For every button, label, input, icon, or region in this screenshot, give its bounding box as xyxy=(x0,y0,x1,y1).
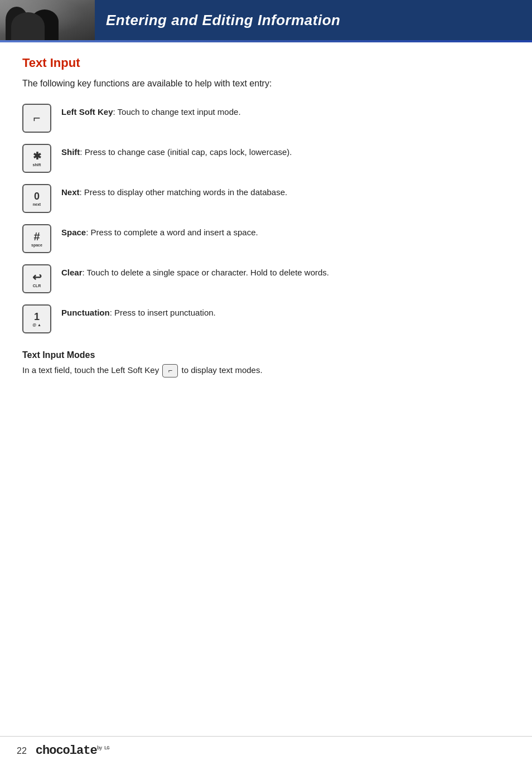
next-key-label: Next xyxy=(61,187,80,197)
left-soft-key-icon: ⌐ xyxy=(22,104,51,133)
punct-key-description: Punctuation: Press to insert punctuation… xyxy=(61,304,216,319)
intro-text: The following key functions are availabl… xyxy=(22,77,510,90)
key-item-left-soft: ⌐ Left Soft Key: Touch to change text in… xyxy=(22,104,510,133)
next-text: next xyxy=(33,202,41,206)
shift-key-description: Shift: Press to change case (initial cap… xyxy=(61,144,292,159)
next-icon-inner: 0 next xyxy=(33,191,41,206)
shift-key-icon: ✱ shift xyxy=(22,144,51,173)
key-item-punct: 1 @ ▲ Punctuation: Press to insert punct… xyxy=(22,304,510,333)
shift-key-label: Shift xyxy=(61,147,80,157)
modes-text-before: In a text field, touch the Left Soft Key xyxy=(22,365,159,375)
key-item-clear: ↩ CLR Clear: Touch to delete a single sp… xyxy=(22,264,510,293)
clear-key-icon: ↩ CLR xyxy=(22,264,51,293)
modes-text-after: to display text modes. xyxy=(182,365,263,375)
header-title-area: Entering and Editing Information xyxy=(95,0,532,40)
left-soft-symbol: ⌐ xyxy=(33,111,41,125)
hash-symbol: # xyxy=(33,230,40,243)
footer-brand: chocolateby LG xyxy=(36,744,109,758)
key-item-next: 0 next Next: Press to display other matc… xyxy=(22,184,510,213)
footer-brand-sub: by LG xyxy=(97,745,109,751)
space-key-icon: # space xyxy=(22,224,51,253)
header-image xyxy=(0,0,95,40)
punct-key-icon: 1 @ ▲ xyxy=(22,304,51,333)
key-item-space: # space Space: Press to complete a word … xyxy=(22,224,510,253)
left-soft-key-description: Left Soft Key: Touch to change text inpu… xyxy=(61,104,241,119)
shift-text: shift xyxy=(33,163,41,167)
clear-key-label: Clear xyxy=(61,268,83,277)
space-key-description: Space: Press to complete a word and inse… xyxy=(61,224,258,239)
modes-text: In a text field, touch the Left Soft Key… xyxy=(22,364,510,377)
footer-page-number: 22 xyxy=(17,746,27,756)
clear-key-description: Clear: Touch to delete a single space or… xyxy=(61,264,329,279)
header-title: Entering and Editing Information xyxy=(106,12,340,29)
header-person1 xyxy=(6,7,28,40)
clear-text: CLR xyxy=(33,284,41,288)
shift-star: ✱ xyxy=(33,150,41,162)
modes-title: Text Input Modes xyxy=(22,350,510,360)
clear-arrow: ↩ xyxy=(32,270,42,284)
modes-section: Text Input Modes In a text field, touch … xyxy=(22,350,510,377)
next-key-description: Next: Press to display other matching wo… xyxy=(61,184,287,199)
next-zero: 0 xyxy=(34,191,40,202)
footer: 22 chocolateby LG xyxy=(0,736,532,765)
main-content: Text Input The following key functions a… xyxy=(0,42,532,400)
shift-icon-inner: ✱ shift xyxy=(33,150,41,167)
punct-icon-inner: 1 @ ▲ xyxy=(32,311,41,327)
punct-chars: @ ▲ xyxy=(32,323,41,327)
hash-icon-inner: # space xyxy=(31,230,42,247)
hash-text: space xyxy=(31,243,42,247)
left-soft-key-label: Left Soft Key xyxy=(61,107,113,117)
punct-key-label: Punctuation xyxy=(61,308,110,317)
space-key-label: Space xyxy=(61,227,86,237)
modes-inline-left-soft-icon: ⌐ xyxy=(162,364,178,377)
next-key-icon: 0 next xyxy=(22,184,51,213)
footer-brand-name: chocolate xyxy=(36,744,97,758)
key-item-shift: ✱ shift Shift: Press to change case (ini… xyxy=(22,144,510,173)
header: Entering and Editing Information xyxy=(0,0,532,40)
clear-icon-inner: ↩ CLR xyxy=(32,270,42,288)
section-title: Text Input xyxy=(22,56,510,70)
punct-one: 1 xyxy=(34,311,40,323)
header-person2 xyxy=(31,9,59,40)
